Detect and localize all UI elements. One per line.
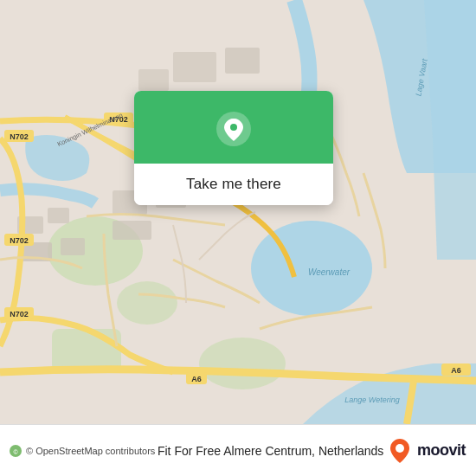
svg-rect-15: [138, 69, 169, 91]
location-label: Fit For Free Almere Centrum, Netherlands: [155, 444, 386, 458]
moovit-icon: [386, 437, 414, 465]
osm-credit-text: © OpenStreetMap contributors: [26, 446, 155, 456]
svg-text:N702: N702: [10, 132, 29, 141]
svg-rect-9: [61, 238, 85, 255]
svg-point-37: [396, 444, 404, 453]
svg-rect-13: [173, 52, 216, 82]
svg-text:Lange Wetering: Lange Wetering: [344, 396, 399, 404]
svg-point-3: [117, 281, 177, 325]
svg-text:A6: A6: [191, 375, 202, 383]
location-text: Fit For Free Almere Centrum, Netherlands: [158, 444, 383, 458]
popup-green-area: [134, 91, 333, 164]
osm-logo: ©: [9, 444, 23, 458]
svg-text:A6: A6: [451, 366, 461, 375]
svg-point-34: [230, 124, 237, 131]
svg-point-5: [199, 338, 286, 389]
svg-text:N702: N702: [10, 236, 29, 245]
map-svg: N702 N702 N702 N702 A6 A6 Weerwater Lage…: [0, 0, 476, 424]
popup-card: Take me there: [134, 91, 333, 205]
svg-rect-12: [113, 221, 151, 240]
osm-credit: © © OpenStreetMap contributors: [9, 444, 155, 458]
take-me-there-button[interactable]: Take me there: [134, 164, 333, 205]
moovit-logo: moovit: [386, 437, 466, 465]
svg-rect-14: [225, 48, 260, 74]
svg-rect-7: [48, 208, 69, 223]
bottom-bar: © © OpenStreetMap contributors Fit For F…: [0, 424, 476, 476]
location-pin-icon: [215, 110, 253, 148]
moovit-text: moovit: [417, 441, 466, 460]
svg-text:©: ©: [13, 448, 18, 454]
map-area: N702 N702 N702 N702 A6 A6 Weerwater Lage…: [0, 0, 476, 424]
svg-text:Weerwater: Weerwater: [308, 267, 351, 277]
svg-text:N702: N702: [10, 310, 29, 318]
